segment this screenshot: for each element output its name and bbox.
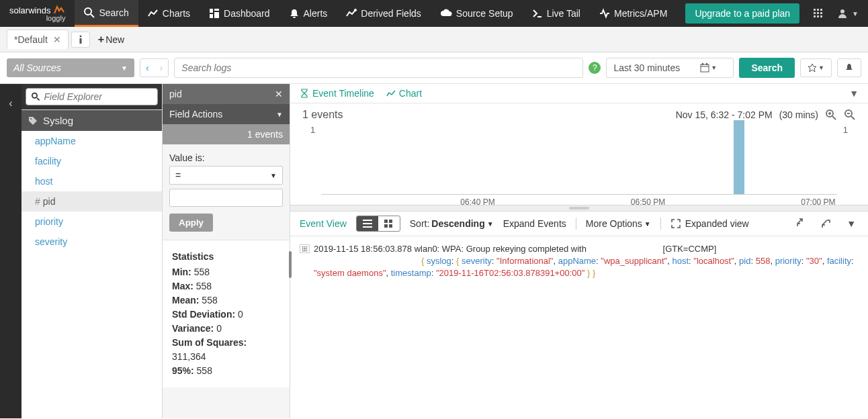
nav-dashboard[interactable]: Dashboard bbox=[200, 0, 279, 27]
svg-rect-19 bbox=[701, 64, 709, 72]
field-group-syslog[interactable]: Syslog bbox=[21, 110, 162, 131]
svg-line-1 bbox=[91, 14, 94, 17]
user-icon bbox=[837, 8, 848, 19]
svg-rect-9 bbox=[820, 9, 822, 11]
tag-icon bbox=[28, 116, 38, 126]
help-icon[interactable]: ? bbox=[589, 62, 601, 74]
expand-row-icon[interactable]: ⊞ bbox=[300, 244, 310, 253]
bell-icon bbox=[289, 8, 300, 19]
list-view-button[interactable] bbox=[357, 216, 378, 231]
timeline-summary: 1 events bbox=[302, 109, 343, 121]
tab-event-timeline[interactable]: Event Timeline bbox=[300, 88, 374, 99]
history-forward[interactable]: › bbox=[155, 59, 169, 77]
filter-title: pid ✕ bbox=[163, 84, 290, 104]
stat-max: Max: 558 bbox=[172, 279, 280, 293]
chart-bar[interactable] bbox=[734, 120, 744, 194]
history-back[interactable]: ‹ bbox=[140, 59, 155, 77]
svg-rect-11 bbox=[817, 12, 819, 14]
event-view-link[interactable]: Event View bbox=[300, 218, 347, 229]
nav-metrics-apm[interactable]: Metrics/APM bbox=[590, 0, 677, 27]
apps-grid-icon[interactable] bbox=[806, 8, 830, 19]
timeline-chart[interactable]: 1 1 06:40 PM 06:50 PM 07:00 PM bbox=[290, 121, 868, 205]
search-input[interactable] bbox=[174, 58, 583, 78]
close-icon[interactable]: ✕ bbox=[53, 34, 61, 45]
export-icon[interactable] bbox=[818, 216, 834, 232]
zoom-in-icon[interactable] bbox=[825, 109, 837, 121]
timeline-range: Nov 15, 6:32 - 7:02 PM bbox=[676, 109, 773, 120]
svg-line-24 bbox=[37, 98, 40, 101]
svg-rect-4 bbox=[214, 12, 219, 18]
hourglass-icon bbox=[300, 89, 309, 98]
field-facility[interactable]: facility bbox=[21, 151, 162, 171]
resize-handle[interactable] bbox=[289, 251, 292, 278]
log-row[interactable]: ⊞ 2019-11-15 18:56:03.878 wlan0: WPA: Gr… bbox=[300, 243, 859, 280]
share-icon[interactable] bbox=[793, 216, 809, 232]
field-actions-dropdown[interactable]: Field Actions ▼ bbox=[163, 104, 290, 124]
svg-rect-38 bbox=[384, 224, 388, 228]
stats-title: Statistics bbox=[172, 250, 280, 264]
search-icon bbox=[32, 92, 40, 101]
info-icon bbox=[77, 35, 84, 44]
close-icon[interactable]: ✕ bbox=[275, 89, 283, 99]
notifications-button[interactable] bbox=[837, 58, 861, 77]
nav-alerts[interactable]: Alerts bbox=[279, 0, 337, 27]
svg-line-27 bbox=[832, 116, 836, 120]
svg-rect-15 bbox=[820, 15, 822, 17]
sort-dropdown[interactable]: Sort: Descending ▼ bbox=[410, 218, 494, 229]
favorite-button[interactable]: ▼ bbox=[800, 58, 832, 77]
apply-button[interactable]: Apply bbox=[169, 214, 213, 232]
expand-icon bbox=[670, 218, 681, 229]
field-priority[interactable]: priority bbox=[21, 212, 162, 232]
calendar-icon bbox=[700, 63, 709, 73]
svg-point-23 bbox=[32, 93, 37, 98]
time-range-picker[interactable]: Last 30 minutes ▼ bbox=[606, 58, 734, 78]
log-body: 2019-11-15 18:56:03.878 wlan0: WPA: Grou… bbox=[314, 243, 859, 280]
list-icon bbox=[362, 219, 373, 228]
svg-point-0 bbox=[85, 8, 91, 15]
sources-dropdown[interactable]: All Sources ▼ bbox=[7, 58, 134, 77]
svg-rect-2 bbox=[210, 9, 213, 13]
svg-rect-8 bbox=[817, 9, 819, 11]
add-tab-button[interactable]: +New bbox=[93, 31, 130, 48]
filter-value-input[interactable] bbox=[169, 189, 283, 207]
grid-view-button[interactable] bbox=[378, 216, 400, 231]
timeline-collapse[interactable]: ▼ bbox=[849, 88, 859, 99]
nav-live-tail[interactable]: Live Tail bbox=[523, 0, 590, 27]
terminal-icon bbox=[532, 8, 543, 19]
tab-default[interactable]: *Default ✕ bbox=[7, 30, 69, 49]
dashboard-icon bbox=[209, 8, 220, 19]
expanded-view-toggle[interactable]: Expanded view bbox=[670, 218, 749, 229]
filter-event-count: 1 events bbox=[163, 124, 290, 144]
operator-select[interactable]: = ▼ bbox=[169, 166, 283, 185]
tab-info-button[interactable] bbox=[71, 32, 90, 48]
upgrade-button[interactable]: Upgrade to a paid plan bbox=[685, 3, 799, 24]
user-menu[interactable]: ▼ bbox=[830, 8, 868, 19]
chart-x-axis: 06:40 PM 06:50 PM 07:00 PM bbox=[321, 197, 837, 208]
field-host[interactable]: host bbox=[21, 171, 162, 191]
svg-rect-36 bbox=[384, 220, 388, 223]
collapse-sidebar-icon[interactable]: ‹ bbox=[9, 97, 12, 109]
zoom-out-icon[interactable] bbox=[844, 109, 856, 121]
nav-derived-fields[interactable]: Derived Fields bbox=[337, 0, 430, 27]
bell-icon bbox=[844, 63, 854, 73]
stat-mean: Mean: 558 bbox=[172, 293, 280, 308]
brand-logo: solarwinds loggly bbox=[0, 0, 75, 27]
field-explorer-input[interactable] bbox=[44, 91, 152, 102]
field-pid[interactable]: pid bbox=[21, 191, 162, 212]
expand-events-dropdown[interactable]: Expand Events bbox=[503, 218, 566, 229]
nav-source-setup[interactable]: Source Setup bbox=[431, 0, 523, 27]
field-severity[interactable]: severity bbox=[21, 232, 162, 252]
chart-line-icon bbox=[386, 89, 396, 98]
tab-chart[interactable]: Chart bbox=[386, 88, 422, 99]
field-appname[interactable]: appName bbox=[21, 131, 162, 151]
more-menu[interactable]: ▼ bbox=[844, 216, 859, 232]
nav-search[interactable]: Search bbox=[75, 0, 138, 27]
nav-charts[interactable]: Charts bbox=[138, 0, 200, 27]
derived-icon bbox=[346, 8, 357, 19]
stat-std: Std Deviation: 0 bbox=[172, 308, 280, 322]
svg-point-16 bbox=[840, 9, 844, 13]
more-options-dropdown[interactable]: More Options ▼ bbox=[586, 218, 651, 229]
svg-rect-5 bbox=[210, 14, 213, 18]
history-nav: ‹ › bbox=[140, 58, 169, 77]
search-button[interactable]: Search bbox=[739, 58, 795, 78]
